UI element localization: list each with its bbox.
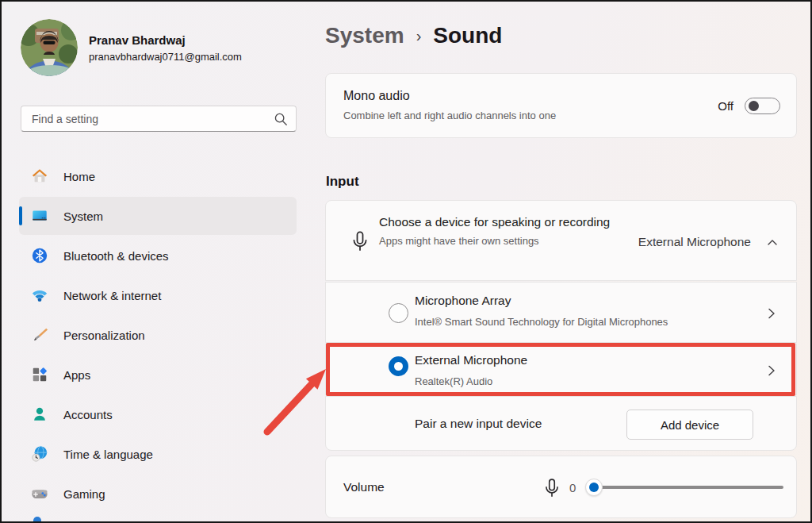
chevron-up-icon: [766, 237, 779, 249]
volume-slider[interactable]: [588, 479, 783, 496]
sidebar-nav: Home System Bluetooth & devices: [19, 157, 297, 514]
input-section-header: Input: [326, 174, 359, 190]
input-device-expander[interactable]: Choose a device for speaking or recordin…: [325, 200, 797, 281]
network-icon: [31, 286, 48, 304]
device-name: Microphone Array: [415, 294, 511, 308]
time-language-icon: [31, 445, 48, 463]
mono-audio-title: Mono audio: [343, 89, 410, 103]
sidebar-item-label: System: [63, 210, 103, 223]
personalization-icon: [31, 326, 48, 344]
sidebar-item-label: Gaming: [63, 487, 105, 501]
page-title: Sound: [433, 23, 502, 48]
device-row-microphone-array[interactable]: Microphone Array Intel® Smart Sound Tech…: [325, 282, 797, 343]
chooser-title: Choose a device for speaking or recordin…: [379, 213, 641, 231]
chevron-right-icon: [764, 306, 779, 321]
mono-audio-card: Mono audio Combine left and right audio …: [325, 73, 797, 138]
accessibility-icon-partial: [33, 517, 41, 523]
selected-indicator-pill: [19, 206, 22, 225]
sidebar-item-label: Time & language: [63, 448, 153, 461]
search-box: [21, 106, 297, 132]
apps-icon: [31, 366, 48, 383]
chevron-right-icon: [764, 363, 779, 378]
slider-track[interactable]: [588, 486, 783, 489]
device-name: External Microphone: [415, 353, 527, 367]
sidebar-item-bluetooth-devices[interactable]: Bluetooth & devices: [19, 237, 297, 275]
sidebar-item-label: Network & internet: [63, 289, 161, 302]
sidebar-item-time-language[interactable]: Time & language: [19, 435, 297, 473]
device-description: Realtek(R) Audio: [415, 375, 492, 387]
volume-card: Volume 0: [325, 456, 797, 518]
gaming-icon: [31, 485, 48, 502]
volume-value: 0: [569, 481, 576, 494]
sidebar-item-label: Home: [63, 170, 95, 183]
profile-name: Pranav Bhardwaj: [89, 33, 186, 47]
sidebar-item-network-internet[interactable]: Network & internet: [19, 276, 297, 314]
breadcrumb: System › Sound: [325, 19, 502, 52]
user-profile[interactable]: Pranav Bhardwaj pranavbhardwaj0711@gmail…: [2, 2, 319, 89]
sidebar-item-home[interactable]: Home: [19, 157, 297, 195]
avatar: [21, 19, 78, 76]
volume-slider-thumb[interactable]: [585, 479, 603, 496]
sidebar-item-accounts[interactable]: Accounts: [19, 395, 297, 433]
mono-audio-toggle[interactable]: [745, 98, 780, 114]
bluetooth-icon: [31, 247, 48, 264]
volume-label: Volume: [343, 480, 385, 494]
search-icon: [274, 112, 288, 126]
mono-audio-toggle-label: Off: [718, 99, 733, 113]
sidebar-item-label: Personalization: [63, 329, 145, 342]
sidebar-item-apps[interactable]: Apps: [19, 356, 297, 394]
sidebar-item-label: Apps: [63, 368, 90, 382]
radio-microphone-array[interactable]: [389, 303, 408, 323]
microphone-icon: [542, 477, 562, 499]
settings-window: Pranav Bhardwaj pranavbhardwaj0711@gmail…: [0, 0, 812, 523]
add-device-button[interactable]: Add device: [626, 410, 753, 440]
system-icon: [31, 207, 48, 225]
sidebar-item-label: Bluetooth & devices: [63, 249, 169, 263]
mono-audio-subtitle: Combine left and right audio channels in…: [343, 110, 556, 121]
device-row-external-microphone[interactable]: External Microphone Realtek(R) Audio: [325, 344, 797, 395]
search-input[interactable]: [21, 106, 296, 131]
radio-external-microphone[interactable]: [389, 356, 408, 376]
microphone-icon: [349, 230, 371, 252]
pair-device-label: Pair a new input device: [415, 417, 542, 431]
breadcrumb-separator: ›: [416, 27, 422, 45]
sidebar-item-gaming[interactable]: Gaming: [19, 475, 297, 513]
breadcrumb-system-link[interactable]: System: [325, 23, 404, 48]
toggle-knob: [749, 101, 759, 111]
sidebar-item-label: Accounts: [63, 408, 113, 421]
sidebar-item-personalization[interactable]: Personalization: [19, 316, 297, 354]
chooser-subtitle: Apps might have their own settings: [379, 235, 641, 247]
accounts-icon: [31, 406, 48, 423]
sidebar-item-system[interactable]: System: [19, 197, 297, 235]
pair-device-row: Pair a new input device Add device: [325, 396, 797, 451]
home-icon: [31, 167, 48, 185]
profile-email: pranavbhardwaj0711@gmail.com: [89, 51, 242, 63]
selected-device-value: External Microphone: [638, 235, 751, 249]
device-description: Intel® Smart Sound Technology for Digita…: [415, 316, 668, 328]
